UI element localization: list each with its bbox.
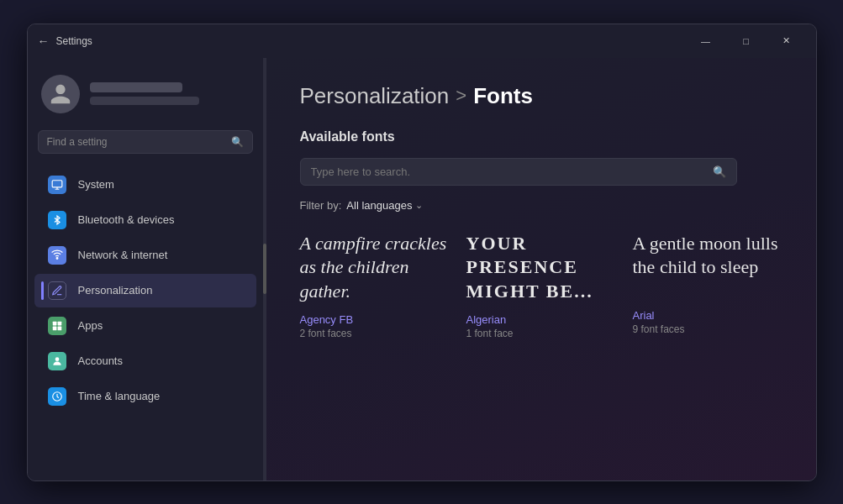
svg-point-6 xyxy=(55,357,59,361)
font-name-agency-fb: Agency FB xyxy=(300,313,450,326)
sidebar-item-system-label: System xyxy=(78,178,114,191)
time-icon xyxy=(48,387,66,406)
font-card-agency-fb[interactable]: A campfire crackles as the children gath… xyxy=(300,232,450,340)
chevron-down-icon: ⌄ xyxy=(415,200,423,211)
font-search-input[interactable] xyxy=(311,165,713,178)
bluetooth-icon xyxy=(48,211,66,229)
font-search-icon: 🔍 xyxy=(713,165,726,178)
back-icon[interactable]: ← xyxy=(38,34,50,48)
sidebar-item-network[interactable]: Network & internet xyxy=(34,239,256,272)
titlebar: ← Settings — □ ✕ xyxy=(28,24,816,58)
apps-icon xyxy=(48,317,66,335)
font-preview-algerian: YOUR PRESENCE MIGHT BE... xyxy=(466,232,616,304)
avatar xyxy=(41,75,80,113)
user-info xyxy=(90,82,199,105)
sidebar-search-box[interactable]: 🔍 xyxy=(38,130,253,154)
personalization-icon xyxy=(48,281,66,300)
font-faces-agency-fb: 2 font faces xyxy=(300,328,450,339)
sidebar-item-apps[interactable]: Apps xyxy=(34,309,256,343)
sidebar-search-input[interactable] xyxy=(47,136,231,148)
titlebar-controls: — □ ✕ xyxy=(687,29,806,54)
sidebar-item-accounts[interactable]: Accounts xyxy=(34,344,256,378)
svg-point-1 xyxy=(56,257,58,259)
sidebar-item-bluetooth[interactable]: Bluetooth & devices xyxy=(34,203,256,237)
font-search-bar[interactable]: 🔍 xyxy=(300,158,737,186)
main-content: 🔍 System Bluetooth & devices Network xyxy=(28,58,816,480)
sidebar-item-network-label: Network & internet xyxy=(78,249,168,261)
breadcrumb-parent: Personalization xyxy=(300,83,450,109)
svg-rect-0 xyxy=(52,180,62,186)
content-area: Personalization > Fonts Available fonts … xyxy=(266,58,816,480)
filter-label: Filter by: xyxy=(300,199,342,212)
sidebar: 🔍 System Bluetooth & devices Network xyxy=(28,58,263,480)
user-email xyxy=(90,97,199,105)
sidebar-item-apps-label: Apps xyxy=(78,319,103,332)
fonts-grid: A campfire crackles as the children gath… xyxy=(300,232,782,340)
settings-window: ← Settings — □ ✕ xyxy=(27,24,817,481)
section-title: Available fonts xyxy=(300,129,782,144)
active-indicator xyxy=(41,281,44,300)
svg-rect-4 xyxy=(52,326,56,330)
svg-rect-5 xyxy=(57,326,61,330)
close-button[interactable]: ✕ xyxy=(767,29,806,54)
svg-rect-2 xyxy=(52,321,56,325)
titlebar-left: ← Settings xyxy=(38,34,92,48)
font-card-algerian[interactable]: YOUR PRESENCE MIGHT BE... Algerian 1 fon… xyxy=(466,232,616,340)
font-preview-arial: A gentle moon lulls the child to sleep xyxy=(633,232,782,299)
sidebar-item-accounts-label: Accounts xyxy=(78,354,123,367)
accounts-icon xyxy=(48,352,66,370)
font-name-arial: Arial xyxy=(633,309,782,322)
font-faces-arial: 9 font faces xyxy=(633,323,782,335)
font-faces-algerian: 1 font face xyxy=(466,328,616,339)
filter-row: Filter by: All languages ⌄ xyxy=(300,199,782,212)
system-icon xyxy=(48,176,66,194)
user-section xyxy=(28,66,263,130)
svg-rect-3 xyxy=(57,321,61,325)
font-preview-agency-fb: A campfire crackles as the children gath… xyxy=(300,232,450,304)
minimize-button[interactable]: — xyxy=(687,29,725,54)
filter-dropdown[interactable]: All languages ⌄ xyxy=(346,199,423,212)
sidebar-item-personalization-label: Personalization xyxy=(78,284,153,297)
breadcrumb: Personalization > Fonts xyxy=(300,83,782,109)
font-card-arial[interactable]: A gentle moon lulls the child to sleep A… xyxy=(633,232,782,340)
font-name-algerian: Algerian xyxy=(466,313,616,326)
user-icon xyxy=(49,82,72,106)
breadcrumb-current: Fonts xyxy=(473,83,533,109)
maximize-button[interactable]: □ xyxy=(727,29,766,54)
sidebar-item-bluetooth-label: Bluetooth & devices xyxy=(78,213,175,226)
sidebar-item-time[interactable]: Time & language xyxy=(34,380,256,413)
sidebar-item-system[interactable]: System xyxy=(34,168,256,202)
sidebar-search-icon: 🔍 xyxy=(231,136,244,148)
breadcrumb-separator: > xyxy=(456,85,466,107)
window-title: Settings xyxy=(56,35,92,47)
sidebar-item-personalization[interactable]: Personalization xyxy=(34,274,256,307)
network-icon xyxy=(48,246,66,265)
sidebar-item-time-label: Time & language xyxy=(78,390,161,402)
filter-value: All languages xyxy=(346,199,412,212)
user-name xyxy=(90,82,182,92)
